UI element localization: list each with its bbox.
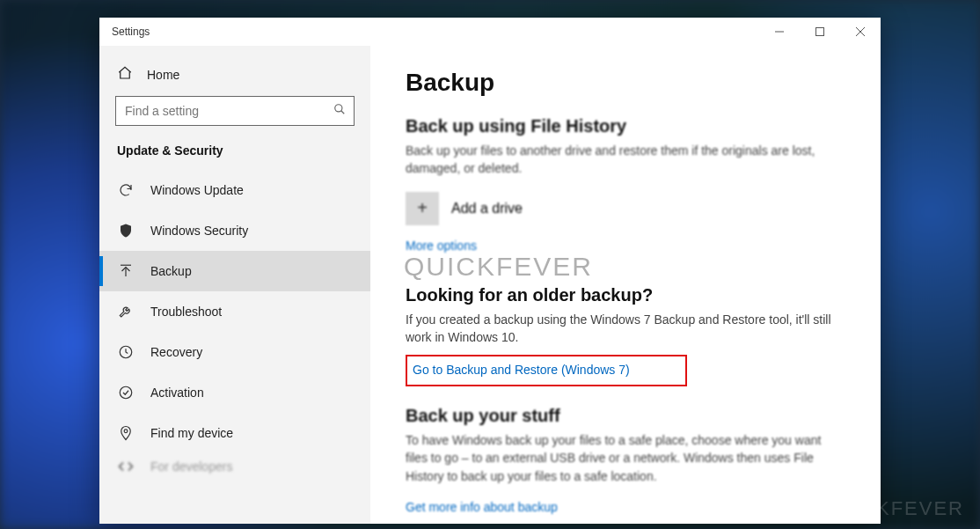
search-wrap [115, 96, 355, 126]
svg-point-9 [120, 386, 132, 399]
older-backup-heading: Looking for an older backup? [406, 285, 845, 305]
check-circle-icon [117, 385, 135, 400]
sidebar-item-backup[interactable]: Backup [99, 251, 370, 291]
sidebar-item-label: Find my device [150, 426, 233, 440]
wrench-icon [117, 304, 135, 320]
sidebar-item-windows-security[interactable]: Windows Security [99, 210, 370, 251]
nav-list: Windows Update Windows Security Backup [99, 170, 370, 480]
backup-stuff-desc: To have Windows back up your files to a … [406, 431, 845, 485]
sidebar: Home Update & Security Windows Update [99, 46, 370, 524]
maximize-button[interactable] [800, 18, 840, 46]
window-controls [759, 18, 881, 46]
sidebar-item-label: Recovery [150, 345, 202, 359]
highlight-box: Go to Backup and Restore (Windows 7) [406, 355, 687, 386]
sidebar-item-activation[interactable]: Activation [99, 372, 370, 413]
settings-window: Settings Home [99, 18, 881, 524]
minimize-button[interactable] [759, 18, 800, 46]
sync-icon [117, 182, 135, 198]
home-icon [117, 65, 133, 84]
titlebar: Settings [99, 18, 881, 46]
close-button[interactable] [840, 18, 881, 46]
sidebar-item-label: Activation [150, 386, 204, 400]
window-title: Settings [112, 26, 150, 38]
backup-arrow-icon [117, 263, 135, 279]
backup-restore-win7-link[interactable]: Go to Backup and Restore (Windows 7) [413, 363, 630, 377]
svg-rect-1 [816, 28, 824, 36]
sidebar-item-recovery[interactable]: Recovery [99, 332, 370, 372]
sidebar-item-label: Troubleshoot [150, 305, 222, 319]
page-title: Backup [406, 69, 845, 97]
sidebar-item-label: Backup [150, 264, 192, 278]
svg-line-5 [341, 111, 345, 114]
sidebar-item-for-developers[interactable]: For developers [99, 453, 370, 480]
search-icon [333, 103, 346, 119]
home-button[interactable]: Home [99, 56, 370, 96]
sidebar-item-windows-update[interactable]: Windows Update [99, 170, 370, 210]
minimize-icon [775, 27, 784, 36]
add-drive-label: Add a drive [451, 201, 523, 217]
category-heading: Update & Security [99, 142, 370, 170]
file-history-desc: Back up your files to another drive and … [406, 142, 845, 178]
sidebar-item-troubleshoot[interactable]: Troubleshoot [99, 291, 370, 332]
close-icon [856, 27, 865, 36]
sidebar-item-label: For developers [150, 459, 232, 474]
code-icon [117, 459, 135, 474]
sidebar-item-label: Windows Update [150, 183, 244, 197]
home-label: Home [147, 68, 179, 82]
svg-point-10 [124, 430, 128, 433]
add-drive-button[interactable]: + Add a drive [406, 192, 845, 225]
svg-point-4 [335, 105, 342, 112]
more-info-backup-link[interactable]: Get more info about backup [406, 500, 558, 514]
shield-icon [117, 223, 135, 239]
plus-icon: + [406, 192, 439, 225]
sidebar-item-label: Windows Security [150, 224, 248, 238]
sidebar-item-find-my-device[interactable]: Find my device [99, 413, 370, 453]
older-backup-desc: If you created a backup using the Window… [406, 311, 845, 347]
location-icon [117, 425, 135, 441]
more-options-link[interactable]: More options [406, 239, 477, 253]
backup-stuff-heading: Back up your stuff [406, 406, 845, 426]
recovery-icon [117, 344, 135, 360]
search-input[interactable] [115, 96, 355, 126]
content-pane: Backup Back up using File History Back u… [370, 46, 881, 524]
maximize-icon [815, 27, 824, 36]
watermark-center: QUICKFEVER [404, 252, 845, 282]
file-history-heading: Back up using File History [406, 116, 845, 136]
